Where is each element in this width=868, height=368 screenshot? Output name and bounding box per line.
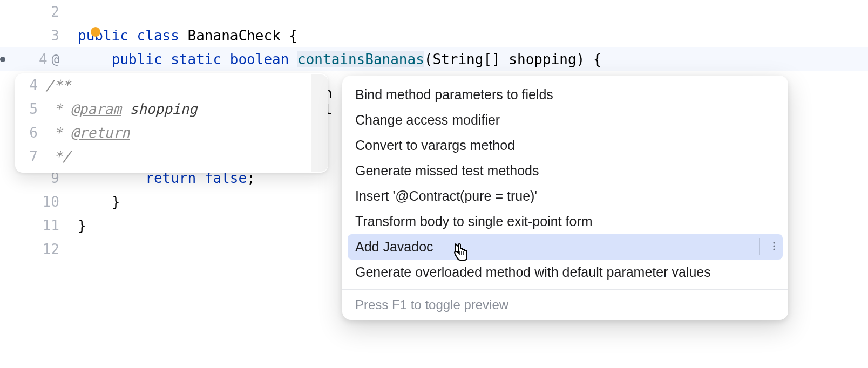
- menu-item-label: Bind method parameters to fields: [355, 87, 553, 103]
- doc-open: /**: [45, 77, 71, 93]
- menu-item-change-access[interactable]: Change access modifier: [342, 107, 788, 133]
- javadoc-line: 5 * @param shopping: [15, 97, 328, 121]
- code-content[interactable]: public static boolean containsBananas(St…: [70, 51, 868, 67]
- line-number: 4: [29, 51, 48, 67]
- brace: {: [289, 28, 297, 44]
- svg-point-2: [773, 248, 775, 250]
- brace: }: [112, 194, 120, 210]
- gutter: 4 @: [0, 51, 70, 67]
- menu-item-bind-parameters[interactable]: Bind method parameters to fields: [342, 82, 788, 107]
- scrollbar-rail[interactable]: [311, 74, 328, 172]
- line-number: 6: [15, 125, 45, 141]
- line-number: 4: [15, 77, 45, 93]
- gutter: 2: [0, 4, 70, 20]
- doc-param: shopping: [121, 101, 198, 117]
- javadoc-line: 6 * @return: [15, 121, 328, 145]
- menu-item-transform-body[interactable]: Transform body to single exit-point form: [342, 209, 788, 234]
- code-line-active[interactable]: 4 @ public static boolean containsBanana…: [0, 47, 868, 71]
- menu-item-convert-varargs[interactable]: Convert to varargs method: [342, 133, 788, 158]
- keyword: public: [78, 28, 128, 44]
- menu-item-label: Convert to varargs method: [355, 138, 515, 153]
- line-number: 10: [41, 194, 59, 210]
- doc-star: *: [45, 101, 71, 117]
- gutter: 12: [0, 241, 70, 257]
- menu-item-add-javadoc[interactable]: Add Javadoc: [348, 234, 783, 260]
- keyword: class: [137, 28, 179, 44]
- warning-dot-icon: [91, 27, 100, 37]
- menu-item-label: Generate overloaded method with default …: [355, 264, 711, 280]
- menu-item-insert-contract[interactable]: Insert '@Contract(pure = true)': [342, 183, 788, 209]
- intention-actions-menu[interactable]: Bind method parameters to fields Change …: [342, 76, 788, 320]
- code-editor[interactable]: 2 3 public class BananaCheck { 4 @ publi…: [0, 0, 868, 368]
- menu-item-label: Transform body to single exit-point form: [355, 214, 593, 229]
- menu-item-generate-tests[interactable]: Generate missed test methods: [342, 158, 788, 183]
- line-number: 11: [41, 217, 59, 234]
- line-number: 2: [41, 4, 59, 20]
- code-content[interactable]: public class BananaCheck {: [70, 28, 868, 44]
- keyword: public: [112, 51, 162, 67]
- gutter: 3: [0, 28, 70, 44]
- gutter: 10: [0, 194, 70, 210]
- brace: }: [78, 217, 86, 234]
- line-number: 5: [15, 101, 45, 117]
- javadoc-line: 4 /**: [15, 73, 328, 97]
- more-options-icon[interactable]: [769, 239, 779, 255]
- menu-item-generate-overloaded[interactable]: Generate overloaded method with default …: [342, 260, 788, 285]
- menu-item-label: Generate missed test methods: [355, 163, 539, 179]
- line-number: 7: [15, 148, 45, 165]
- menu-footer-hint: Press F1 to toggle preview: [342, 289, 788, 320]
- doc-star: *: [45, 125, 71, 141]
- svg-point-0: [773, 242, 775, 243]
- separator: [760, 238, 760, 255]
- override-icon[interactable]: @: [52, 52, 59, 67]
- gutter: 11: [0, 217, 70, 234]
- javadoc-preview-popup: 4 /** 5 * @param shopping 6 * @return 7 …: [15, 73, 328, 173]
- class-name: BananaCheck: [188, 28, 281, 44]
- code-line[interactable]: 3 public class BananaCheck {: [0, 24, 868, 47]
- keyword: boolean: [230, 51, 289, 67]
- keyword: static: [171, 51, 221, 67]
- doc-close: */: [45, 148, 71, 165]
- menu-item-label: Change access modifier: [355, 112, 500, 128]
- method-name: containsBananas: [297, 51, 424, 67]
- doc-tag: @return: [71, 125, 130, 141]
- line-number: 3: [41, 28, 59, 44]
- code-line[interactable]: 2: [0, 0, 868, 24]
- params: (String[] shopping) {: [424, 51, 602, 67]
- menu-item-label: Add Javadoc: [355, 239, 433, 255]
- menu-item-label: Insert '@Contract(pure = true)': [355, 188, 537, 204]
- doc-tag: @param: [71, 101, 121, 117]
- javadoc-line: 7 */: [15, 145, 328, 168]
- line-number: 12: [41, 241, 59, 257]
- breakpoint-dot-icon[interactable]: [0, 57, 5, 62]
- svg-point-1: [773, 245, 775, 247]
